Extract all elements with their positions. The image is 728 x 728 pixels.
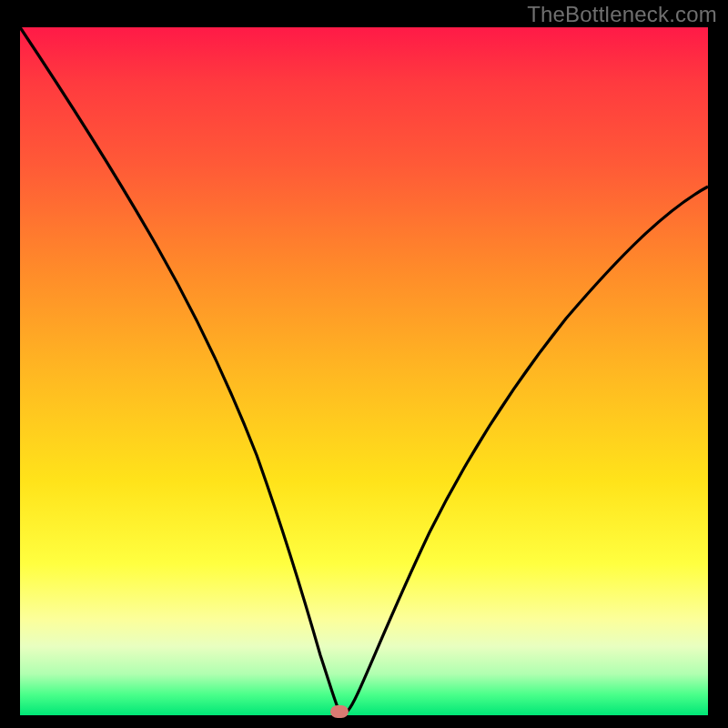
optimal-point-marker — [330, 705, 349, 718]
bottleneck-curve-path — [20, 27, 708, 714]
watermark-text: TheBottleneck.com — [527, 2, 717, 27]
chart-frame: TheBottleneck.com — [0, 0, 728, 728]
curve-svg — [20, 27, 708, 715]
plot-outer — [20, 27, 708, 715]
